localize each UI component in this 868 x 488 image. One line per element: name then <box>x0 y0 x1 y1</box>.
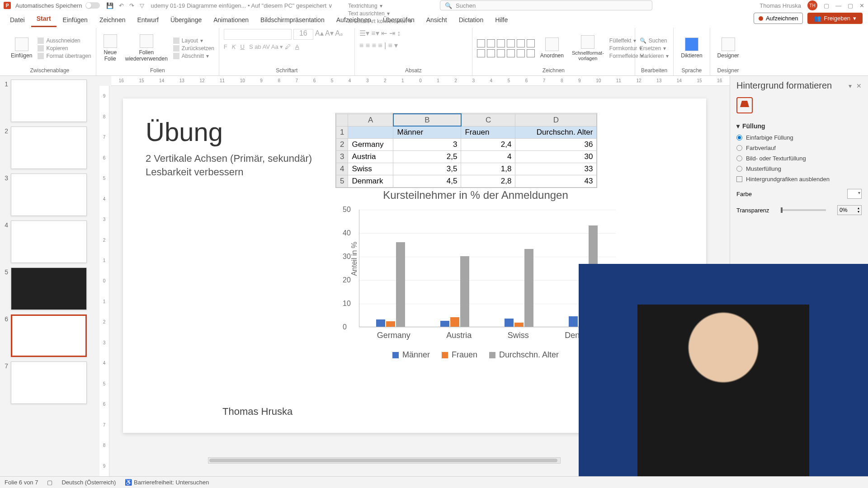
chart-ylabel: Anteil in % <box>350 242 359 276</box>
webcam-overlay <box>579 264 868 476</box>
new-slide-button[interactable]: Neue Folie <box>101 33 120 63</box>
redo-icon[interactable]: ↷ <box>129 2 134 9</box>
horizontal-scrollbar[interactable] <box>208 457 561 464</box>
slide-thumbnails[interactable]: 1 2 3 4 5 6 7 <box>0 76 99 476</box>
thumb-4[interactable] <box>11 221 87 263</box>
group-slides: Neue Folie Folien wiederverwenden Layout… <box>96 28 219 75</box>
group-label: Absatz <box>359 67 467 75</box>
tab-zeichnen[interactable]: Zeichnen <box>94 13 131 27</box>
fill-tab-icon[interactable] <box>736 97 753 113</box>
ribbon-mode-icon[interactable]: ▢ <box>824 2 829 9</box>
group-label: Sprache <box>678 67 705 75</box>
embedded-chart[interactable]: Kursteilnehmer in % der Anmeldungen Ante… <box>335 189 616 360</box>
arrange-button[interactable]: Anordnen <box>538 37 566 60</box>
thumb-1[interactable] <box>11 80 87 122</box>
tab-dictation[interactable]: Dictation <box>453 13 489 27</box>
cut-button[interactable]: Ausschneiden <box>38 38 91 44</box>
group-label: Zeichnen <box>477 67 630 75</box>
pane-dropdown-icon[interactable]: ▾ <box>849 82 852 89</box>
tab-hilfe[interactable]: Hilfe <box>490 13 513 27</box>
radio-picture-fill[interactable]: Bild- oder Texturfüllung <box>736 155 862 162</box>
chart-plot <box>359 210 616 327</box>
tab-entwurf[interactable]: Entwurf <box>132 13 164 27</box>
paste-button[interactable]: Einfügen <box>8 37 35 60</box>
thumb-6[interactable] <box>11 314 87 357</box>
embedded-data-table[interactable]: A B C D 1MännerFrauenDurchschn. Alter 2G… <box>335 113 597 188</box>
radio-gradient-fill[interactable]: Farbverlauf <box>736 145 862 151</box>
copy-button[interactable]: Kopieren <box>38 45 91 52</box>
section-button[interactable]: Abschnitt ▾ <box>173 53 214 59</box>
slide-counter[interactable]: Folie 6 von 7 <box>5 479 38 486</box>
find-button[interactable]: 🔍 Suchen <box>640 38 669 44</box>
shapes-gallery[interactable] <box>477 39 535 57</box>
reuse-slides-button[interactable]: Folien wiederverwenden <box>123 33 170 63</box>
format-painter-button[interactable]: Format übertragen <box>38 53 91 59</box>
select-button[interactable]: Markieren ▾ <box>640 53 669 59</box>
tab-ansicht[interactable]: Ansicht <box>421 13 453 27</box>
designer-button[interactable]: Designer <box>715 37 742 60</box>
radio-pattern-fill[interactable]: Musterfüllung <box>736 165 862 172</box>
transparency-label: Transparenz <box>736 207 769 214</box>
reset-button[interactable]: Zurücksetzen <box>173 45 214 52</box>
color-picker[interactable] <box>847 189 862 199</box>
pane-title: Hintergrund formatieren <box>736 80 832 91</box>
share-button[interactable]: 👥 Freigeben ▾ <box>807 13 863 24</box>
group-designer: Designer Designer <box>710 28 746 75</box>
slide-title[interactable]: Übung <box>146 117 223 147</box>
tab-uebergaenge[interactable]: Übergänge <box>165 13 207 27</box>
tab-einfuegen[interactable]: Einfügen <box>57 13 93 27</box>
thumb-3[interactable] <box>11 174 87 216</box>
checkbox-hide-bg[interactable]: Hintergrundgrafiken ausblenden <box>736 176 862 183</box>
close-icon[interactable]: ✕ <box>859 2 864 9</box>
align-text[interactable]: Text ausrichten ▾ <box>348 10 412 17</box>
user-avatar[interactable]: TH <box>807 0 817 10</box>
maximize-icon[interactable]: ▢ <box>848 2 853 9</box>
language-indicator[interactable]: Deutsch (Österreich) <box>61 479 116 486</box>
document-name[interactable]: udemy 01-19 Diagramme einfügen... • Auf … <box>151 2 332 9</box>
smartart-convert[interactable]: In SmartArt konvertieren ▾ <box>348 18 412 24</box>
section-fill[interactable]: ▾ Füllung <box>736 122 862 130</box>
undo-icon[interactable]: ↶ <box>119 2 124 9</box>
text-direction[interactable]: Textrichtung ▾ <box>348 3 412 9</box>
title-bar: P Automatisches Speichern 💾 ↶ ↷ ▽ udemy … <box>0 0 868 11</box>
dictate-button[interactable]: Diktieren <box>678 37 705 60</box>
notes-icon[interactable]: ▢ <box>47 479 52 486</box>
group-clipboard: Einfügen Ausschneiden Kopieren Format üb… <box>4 28 96 75</box>
tab-animationen[interactable]: Animationen <box>208 13 254 27</box>
slide-author[interactable]: Thomas Hruska <box>222 406 292 418</box>
accessibility-check[interactable]: ♿ Barrierefreiheit: Untersuchen <box>125 479 209 486</box>
layout-button[interactable]: Layout ▾ <box>173 38 214 44</box>
autosave-toggle[interactable]: Automatisches Speichern <box>15 2 100 9</box>
chart-xlabels: GermanyAustriaSwissDenmark <box>359 331 616 340</box>
slide-subtitle-1[interactable]: 2 Vertikale Achsen (Primär, sekundär) <box>146 153 312 164</box>
transparency-input[interactable]: 0%▴▾ <box>837 205 862 215</box>
slide-subtitle-2[interactable]: Lesbarkeit verbessern <box>146 166 243 178</box>
replace-button[interactable]: Ersetzen ▾ <box>640 45 669 52</box>
toggle-switch[interactable] <box>85 2 100 9</box>
pane-close-icon[interactable]: ✕ <box>856 82 862 89</box>
search-icon: 🔍 <box>445 2 452 9</box>
transparency-slider[interactable] <box>781 209 826 211</box>
thumb-2[interactable] <box>11 127 87 169</box>
color-label: Farbe <box>736 191 752 197</box>
ruler-vertical: 9876543210123456789 <box>99 86 109 476</box>
ruler-horizontal: 1615141312111098765432101234567891011121… <box>111 76 730 86</box>
presenter-video <box>637 305 809 476</box>
tab-datei[interactable]: Datei <box>5 13 30 27</box>
powerpoint-icon: P <box>4 2 11 9</box>
group-label: Zwischenablage <box>8 67 91 75</box>
quick-styles-button[interactable]: Schnellformat- vorlagen <box>569 34 607 62</box>
radio-solid-fill[interactable]: Einfarbige Füllung <box>736 134 862 141</box>
group-label: Folien <box>101 67 214 75</box>
thumb-7[interactable] <box>11 361 87 404</box>
search-input[interactable]: 🔍 Suchen <box>440 0 652 10</box>
group-edit: 🔍 Suchen Ersetzen ▾ Markieren ▾ Bearbeit… <box>635 28 674 75</box>
minimize-icon[interactable]: — <box>835 2 841 9</box>
save-icon[interactable]: 💾 <box>106 2 113 9</box>
thumb-5[interactable] <box>11 267 87 310</box>
autosave-label: Automatisches Speichern <box>15 2 82 9</box>
record-button[interactable]: Aufzeichnen <box>754 13 803 24</box>
from-start-icon[interactable]: ▽ <box>140 2 144 9</box>
tab-bildschirm[interactable]: Bildschirmpräsentation <box>255 13 330 27</box>
tab-start[interactable]: Start <box>31 11 57 27</box>
